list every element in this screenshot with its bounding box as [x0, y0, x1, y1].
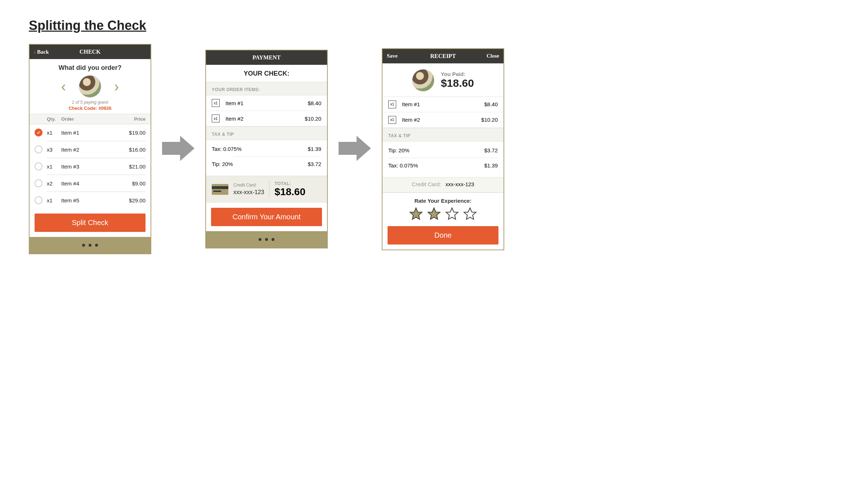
close-button[interactable]: Close	[482, 49, 504, 63]
page-title: Splitting the Check	[29, 18, 839, 33]
item-qty: x1	[47, 130, 61, 136]
line-item: x1Item #2$10.20	[206, 111, 327, 126]
split-check-button[interactable]: Split Check	[35, 214, 146, 232]
paid-amount: $18.60	[441, 77, 474, 89]
order-item-row[interactable]: x3Item #2$16.00	[35, 141, 146, 158]
tip-row: Tip: 20% $3.72	[388, 143, 498, 158]
star-empty-icon[interactable]	[445, 207, 459, 221]
item-name: Item #1	[402, 101, 484, 107]
item-qty: x1	[47, 197, 61, 203]
guest-avatar	[412, 69, 434, 91]
item-price: $21.00	[117, 163, 146, 170]
paid-header: You Paid: $18.60	[382, 63, 504, 97]
item-name: Item #1	[61, 130, 117, 136]
cc-label: Credit Card:	[233, 182, 264, 188]
star-filled-icon[interactable]	[427, 207, 441, 221]
total-label: TOTAL:	[274, 181, 305, 186]
section-items: YOUR ORDER ITEMS:	[206, 82, 327, 95]
qty-box: x1	[388, 116, 396, 124]
item-price: $10.20	[305, 116, 321, 122]
item-name: Item #2	[225, 116, 305, 122]
item-name: Item #4	[61, 180, 117, 187]
screen-check: ‹ Back CHECK What did you order? ‹ › 1 o…	[29, 44, 151, 254]
next-guest-button[interactable]: ›	[114, 79, 119, 94]
receipt-items: x1Item #1$8.40x1Item #2$10.20	[382, 97, 504, 128]
qty-box: x1	[212, 115, 220, 122]
tax-row: Tax: 0.075% $1.39	[388, 158, 498, 173]
prev-guest-button[interactable]: ‹	[61, 79, 66, 94]
item-qty: x1	[47, 163, 61, 170]
rate-block: Rate Your Experience:	[382, 192, 504, 221]
radio-unchecked-icon[interactable]	[35, 145, 42, 153]
screens-row: ‹ Back CHECK What did you order? ‹ › 1 o…	[29, 44, 839, 254]
star-filled-icon[interactable]	[409, 207, 423, 221]
page-dots[interactable]	[206, 231, 327, 248]
order-item-row[interactable]: x1Item #3$21.00	[35, 158, 146, 175]
guest-caption: 1 of 5 paying guest	[30, 100, 151, 105]
payment-summary: Credit Card: xxx-xxx-123 TOTAL: $18.60	[206, 176, 327, 203]
cc-info: Credit Card: xxx-xxx-123	[233, 182, 264, 196]
order-item-row[interactable]: x2Item #4$9.00	[35, 175, 146, 192]
tip-row: Tip: 20% $3.72	[212, 157, 321, 171]
done-button[interactable]: Done	[388, 226, 498, 244]
col-price: Price	[117, 116, 146, 122]
page-dots[interactable]	[30, 237, 151, 254]
prompt: What did you order?	[30, 59, 151, 75]
item-name: Item #2	[61, 147, 117, 153]
line-item: x1Item #1$8.40	[206, 95, 327, 111]
tax-label: Tax: 0.075%	[212, 146, 242, 152]
taxtip-rows: Tip: 20% $3.72 Tax: 0.075% $1.39	[382, 142, 504, 177]
item-price: $8.40	[308, 100, 321, 106]
order-items: x1Item #1$19.00x3Item #2$16.00x1Item #3$…	[30, 124, 151, 208]
check-code: Check Code: #0926	[30, 106, 151, 111]
item-price: $8.40	[484, 101, 498, 107]
item-price: $16.00	[117, 147, 146, 153]
cc-label: Credit Card:	[412, 181, 441, 187]
credit-card-icon	[212, 184, 228, 195]
tax-label: Tax: 0.075%	[388, 162, 418, 169]
screen-payment: PAYMENT YOUR CHECK: YOUR ORDER ITEMS: x1…	[205, 50, 328, 248]
header-title: PAYMENT	[252, 54, 281, 61]
item-price: $19.00	[117, 130, 146, 136]
arrow-icon	[162, 134, 194, 164]
order-item-row[interactable]: x1Item #1$19.00	[35, 124, 146, 141]
paid-label: You Paid:	[441, 71, 474, 77]
item-name: Item #2	[402, 117, 481, 123]
tax-amount: $1.39	[308, 146, 321, 152]
order-item-row[interactable]: x1Item #5$29.00	[35, 192, 146, 208]
radio-unchecked-icon[interactable]	[35, 179, 42, 187]
back-label: Back	[37, 49, 49, 55]
confirm-amount-button[interactable]: Confirm Your Amount	[211, 208, 322, 226]
save-button[interactable]: Save	[382, 49, 402, 63]
cc-number: xxx-xxx-123	[446, 181, 474, 187]
table-header: Qty. Order Price	[30, 114, 151, 124]
chevron-left-icon: ‹	[34, 49, 36, 55]
radio-unchecked-icon[interactable]	[35, 162, 42, 170]
star-rating[interactable]	[382, 207, 504, 221]
total-amount: $18.60	[274, 186, 305, 198]
line-item: x1Item #1$8.40	[382, 97, 504, 112]
header-title: RECEIPT	[430, 53, 456, 59]
qty-box: x1	[212, 99, 220, 107]
item-qty: x2	[47, 180, 61, 187]
tip-amount: $3.72	[484, 147, 498, 153]
item-price: $10.20	[481, 117, 498, 123]
item-name: Item #1	[225, 100, 308, 106]
cc-line: Credit Card: xxx-xxx-123	[382, 177, 504, 192]
tip-label: Tip: 20%	[388, 147, 410, 153]
payment-items: x1Item #1$8.40x1Item #2$10.20	[206, 95, 327, 126]
back-button[interactable]: ‹ Back	[30, 45, 53, 59]
item-name: Item #3	[61, 163, 117, 170]
rate-label: Rate Your Experience:	[382, 198, 504, 204]
guest-avatar[interactable]	[79, 75, 101, 98]
tip-amount: $3.72	[308, 161, 321, 167]
radio-checked-icon[interactable]	[35, 129, 42, 136]
col-order: Order	[61, 116, 117, 122]
item-name: Item #5	[61, 197, 117, 203]
item-price: $29.00	[117, 197, 146, 203]
star-empty-icon[interactable]	[463, 207, 477, 221]
your-check-title: YOUR CHECK:	[206, 65, 327, 82]
line-item: x1Item #2$10.20	[382, 112, 504, 128]
radio-unchecked-icon[interactable]	[35, 196, 42, 204]
item-qty: x3	[47, 147, 61, 153]
